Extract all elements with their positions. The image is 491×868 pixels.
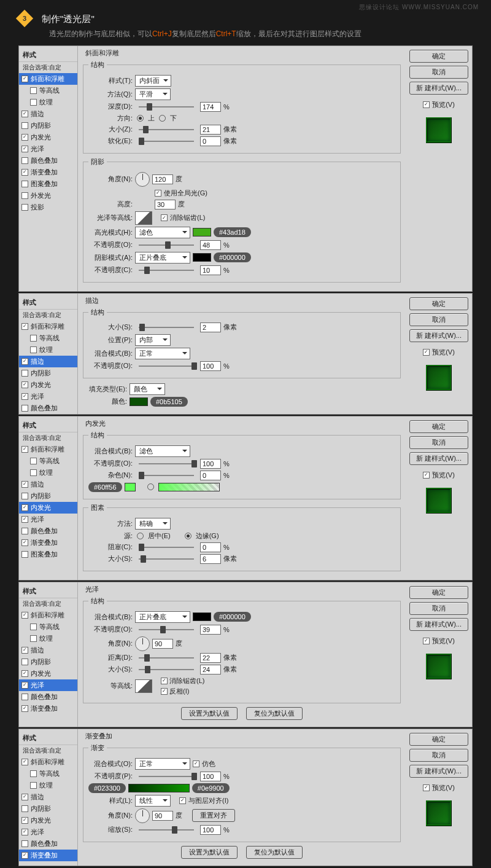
color-tag: #43ad18 [214,227,251,237]
step-badge: 3 [16,10,33,27]
panel-satin: 样式 混合选项:自定 斜面和浮雕 等高线 纹理 描边 内阴影 内发光 光泽 颜色… [18,582,473,727]
gloss-contour[interactable] [135,211,152,225]
reset-align-button[interactable]: 重置对齐 [192,809,235,822]
preview-swatch [426,117,452,143]
sb-contour[interactable]: 等高线 [19,85,77,96]
sb-texture[interactable]: 纹理 [19,96,77,108]
new-style-button[interactable]: 新 建样式(W)... [409,82,468,95]
style-sidebar: 样式 混合选项:自定 斜面和浮雕 等高线 纹理 描边 内阴影 内发光 光泽 颜色… [19,46,78,291]
panel-bevel: 样式 混合选项:自定 斜面和浮雕 等高线 纹理 描边 内阴影 内发光 光泽 颜色… [18,45,473,292]
reset-default-button[interactable]: 复位为默认值 [246,707,303,720]
bevel-style-select[interactable]: 内斜面 [135,75,171,87]
angle-dial[interactable] [135,172,150,187]
watermark: 思缘设计论坛 WWW.MISSYUAN.COM [359,3,479,12]
set-default-button[interactable]: 设置为默认值 [181,707,238,720]
sb-bevel[interactable]: 斜面和浮雕 [19,73,77,85]
sb-stroke[interactable]: 描边 [19,356,77,367]
header: 思缘设计论坛 WWW.MISSYUAN.COM 3 制作"透光层" 透光层的制作… [0,0,491,45]
gradient-picker[interactable] [128,784,190,792]
highlight-color-swatch[interactable] [193,228,211,237]
sb-stroke[interactable]: 描边 [19,108,77,120]
panel-innerglow: 样式 混合选项:自定 斜面和浮雕 等高线 纹理 描边 内阴影 内发光 光泽 颜色… [18,416,473,581]
panel-gradient: 样式 混合选项:自定 斜面和浮雕 等高线 纹理 描边 内阴影 内发光 光泽 颜色… [18,729,473,866]
cancel-button[interactable]: 取消 [409,66,468,79]
ok-button[interactable]: 确定 [409,50,468,63]
dir-up-radio[interactable] [137,115,144,122]
sb-satin[interactable]: 光泽 [19,679,77,691]
step-subtitle: 透光层的制作与底层相似，可以Ctrl+J复制底层然后Ctrl+T缩放，最后在对其… [49,29,473,39]
stroke-color-swatch[interactable] [130,397,148,406]
panel-stroke: 样式 混合选项:自定 斜面和浮雕 等高线 纹理 描边 内阴影 内发光 光泽 颜色… [18,293,473,415]
step-title: 制作"透光层" [42,14,95,24]
sb-innerglow[interactable]: 内发光 [19,502,77,514]
sb-gradient[interactable]: 渐变叠加 [19,850,77,861]
